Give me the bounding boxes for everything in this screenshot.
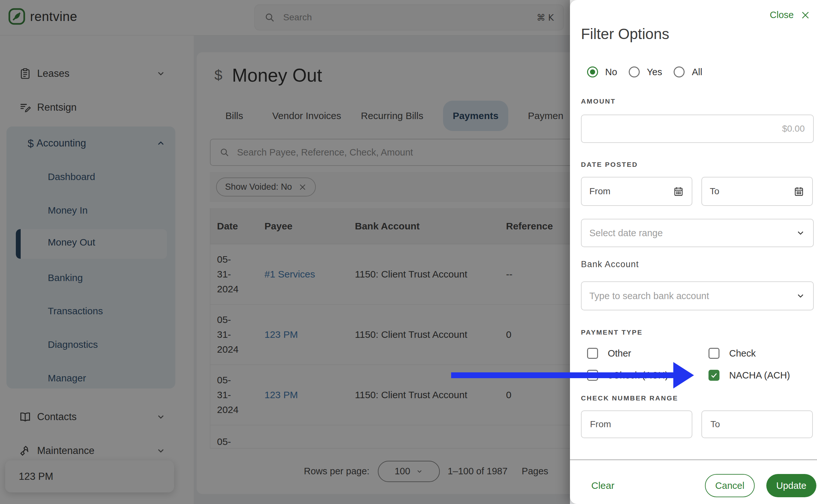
calendar-icon <box>673 186 684 197</box>
check-number-from-input[interactable] <box>581 410 692 438</box>
chevron-down-icon <box>796 291 805 301</box>
screen: rentvine Search ⌘ K Leases Rentsign <box>0 0 817 504</box>
bank-account-label: Bank Account <box>581 259 639 269</box>
close-button[interactable]: Close <box>770 10 811 20</box>
filter-options-panel: Close Filter Options No Yes All AMOUNT D… <box>570 0 817 504</box>
radio-all[interactable]: All <box>674 66 702 77</box>
date-range-select[interactable]: Select date range <box>581 219 814 247</box>
checkbox-icon <box>709 348 720 359</box>
date-to-field[interactable]: To <box>701 177 813 206</box>
payment-type-label: PAYMENT TYPE <box>581 328 643 336</box>
radio-circle-icon <box>674 66 685 77</box>
radio-yes[interactable]: Yes <box>629 66 662 77</box>
update-button[interactable]: Update <box>766 474 816 497</box>
bank-account-select[interactable]: Type to search bank account <box>581 281 814 310</box>
annotation-arrow-head <box>673 362 694 388</box>
check-number-range-label: CHECK NUMBER RANGE <box>581 394 678 402</box>
modal-dim-overlay[interactable] <box>0 0 570 504</box>
close-icon <box>800 10 811 20</box>
panel-footer-divider <box>570 459 817 460</box>
clear-button[interactable]: Clear <box>591 480 615 491</box>
checkbox-nacha-ach[interactable]: NACHA (ACH) <box>709 368 790 382</box>
checkbox-check[interactable]: Check <box>709 346 756 360</box>
close-label: Close <box>770 10 794 20</box>
radio-no[interactable]: No <box>587 66 617 77</box>
cancel-button[interactable]: Cancel <box>705 474 755 497</box>
checkbox-other[interactable]: Other <box>587 346 631 360</box>
panel-title: Filter Options <box>581 25 670 43</box>
chevron-down-icon <box>796 228 805 238</box>
date-from-field[interactable]: From <box>581 177 692 206</box>
annotation-arrow-shaft <box>451 372 675 378</box>
radio-circle-icon <box>629 66 640 77</box>
check-number-to-input[interactable] <box>701 410 813 438</box>
calendar-icon <box>793 186 804 197</box>
amount-label: AMOUNT <box>581 97 616 105</box>
amount-input[interactable] <box>581 115 814 143</box>
checkbox-icon <box>587 348 598 359</box>
voided-radio-group: No Yes All <box>587 66 702 77</box>
radio-circle-icon <box>587 66 598 77</box>
date-posted-label: DATE POSTED <box>581 161 638 168</box>
checkbox-checked-icon <box>709 370 720 381</box>
